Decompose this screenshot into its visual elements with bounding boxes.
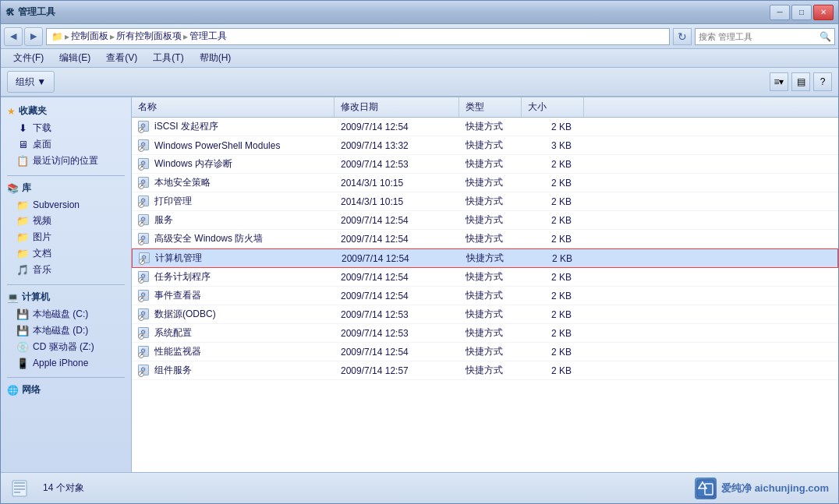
file-size: 2 KB [522, 252, 585, 265]
search-box[interactable]: 🔍 [695, 28, 835, 45]
file-type: 快捷方式 [459, 231, 522, 246]
file-name: 事件查看器 [154, 289, 201, 302]
favorites-header[interactable]: ★ 收藏夹 [1, 102, 131, 120]
col-header-name[interactable]: 名称 [132, 97, 335, 117]
sidebar-item-music[interactable]: 🎵 音乐 [1, 262, 131, 278]
sidebar-item-z-drive[interactable]: 💿 CD 驱动器 (Z:) [1, 339, 131, 355]
sidebar-section-computer: 💻 计算机 💾 本地磁盘 (C:) 💾 本地磁盘 (D:) 💿 CD 驱动器 (… [1, 288, 131, 371]
table-row[interactable]: ⚙ ↗ 事件查看器 2009/7/14 12:54 快捷方式 2 KB [132, 287, 838, 305]
sidebar-item-pictures[interactable]: 📁 图片 [1, 229, 131, 245]
divider-1 [7, 175, 125, 176]
table-row[interactable]: ⚙ ↗ 计算机管理 2009/7/14 12:54 快捷方式 2 KB [132, 248, 838, 268]
path-sep-1: ▸ [110, 31, 115, 42]
address-path[interactable]: 📁 ▸ 控制面板 ▸ 所有控制面板项 ▸ 管理工具 [46, 28, 670, 45]
file-name-cell: ⚙ ↗ 打印管理 [132, 194, 335, 209]
refresh-button[interactable]: ↻ [673, 28, 692, 45]
table-row[interactable]: ⚙ ↗ Windows 内存诊断 2009/7/14 12:53 快捷方式 2 … [132, 155, 838, 174]
watermark: 爱纯净 aichunjing.com [695, 478, 829, 499]
table-row[interactable]: ⚙ ↗ 数据源(ODBC) 2009/7/14 12:53 快捷方式 2 KB [132, 305, 838, 324]
table-row[interactable]: ⚙ ↗ 性能监视器 2009/7/14 12:54 快捷方式 2 KB [132, 343, 838, 361]
table-row[interactable]: ⚙ ↗ iSCSI 发起程序 2009/7/14 12:54 快捷方式 2 KB [132, 118, 838, 136]
table-row[interactable]: ⚙ ↗ 任务计划程序 2009/7/14 12:54 快捷方式 2 KB [132, 268, 838, 287]
forward-button[interactable]: ▶ [24, 27, 43, 46]
file-size: 2 KB [522, 327, 584, 340]
col-header-type[interactable]: 类型 [459, 97, 522, 117]
file-size: 2 KB [522, 177, 584, 189]
back-button[interactable]: ◀ [4, 27, 23, 46]
file-icon: ⚙ ↗ [138, 139, 150, 152]
file-icon: ⚙ ↗ [138, 290, 150, 302]
file-size: 2 KB [522, 308, 584, 321]
col-header-size[interactable]: 大小 [522, 97, 584, 117]
sidebar-item-d-drive[interactable]: 💾 本地磁盘 (D:) [1, 322, 131, 339]
view-list-button[interactable]: ≡▾ [770, 72, 788, 91]
table-row[interactable]: ⚙ ↗ 高级安全 Windows 防火墙 2009/7/14 12:54 快捷方… [132, 230, 838, 248]
sidebar-item-label: 文档 [33, 247, 51, 260]
file-name: 本地安全策略 [154, 176, 211, 189]
file-icon: ⚙ ↗ [138, 233, 150, 245]
organize-button[interactable]: 组织 ▼ [7, 71, 55, 93]
toolbar: 组织 ▼ ≡▾ ▤ ? [1, 68, 838, 97]
table-row[interactable]: ⚙ ↗ 本地安全策略 2014/3/1 10:15 快捷方式 2 KB [132, 174, 838, 192]
minimize-button[interactable]: ─ [770, 5, 790, 20]
file-size: 2 KB [522, 214, 584, 227]
file-name-cell: ⚙ ↗ 高级安全 Windows 防火墙 [132, 231, 335, 246]
col-header-date[interactable]: 修改日期 [335, 97, 459, 117]
file-name-cell: ⚙ ↗ 服务 [132, 213, 335, 227]
window-title: 管理工具 [18, 5, 55, 19]
sidebar-item-desktop[interactable]: 🖥 桌面 [1, 136, 131, 153]
library-header[interactable]: 📚 库 [1, 179, 131, 197]
window: 🛠 管理工具 ─ □ ✕ ◀ ▶ 📁 ▸ 控制面板 ▸ 所有控制面板项 ▸ 管理… [0, 0, 839, 504]
path-sep-0: ▸ [65, 31, 69, 42]
file-list: ⚙ ↗ iSCSI 发起程序 2009/7/14 12:54 快捷方式 2 KB… [132, 118, 838, 380]
shortcut-overlay: ↗ [138, 183, 144, 189]
table-row[interactable]: ⚙ ↗ 服务 2009/7/14 12:54 快捷方式 2 KB [132, 211, 838, 230]
sidebar-item-download[interactable]: ⬇ 下载 [1, 120, 131, 136]
network-header[interactable]: 🌐 网络 [1, 381, 131, 399]
drive-d-icon: 💾 [16, 325, 29, 337]
sidebar-item-documents[interactable]: 📁 文档 [1, 245, 131, 262]
shortcut-overlay: ↗ [138, 352, 144, 358]
menu-file[interactable]: 文件(F) [7, 50, 50, 66]
search-icon[interactable]: 🔍 [820, 31, 831, 42]
sidebar-item-c-drive[interactable]: 💾 本地磁盘 (C:) [1, 306, 131, 322]
menu-tools[interactable]: 工具(T) [147, 50, 189, 66]
view-panel-button[interactable]: ▤ [791, 72, 810, 91]
sidebar-item-label: 桌面 [33, 138, 51, 151]
file-size: 2 KB [522, 346, 584, 358]
table-row[interactable]: ⚙ ↗ Windows PowerShell Modules 2009/7/14… [132, 136, 838, 155]
computer-header[interactable]: 💻 计算机 [1, 288, 131, 306]
table-row[interactable]: ⚙ ↗ 系统配置 2009/7/14 12:53 快捷方式 2 KB [132, 324, 838, 343]
file-area: 名称 修改日期 类型 大小 ⚙ ↗ iSCSI 发起程序 2009/7/14 1… [132, 97, 838, 472]
file-icon: ⚙ ↗ [138, 121, 150, 133]
menu-edit[interactable]: 编辑(E) [53, 50, 97, 66]
file-date: 2009/7/14 12:54 [335, 214, 459, 227]
sidebar-item-video[interactable]: 📁 视频 [1, 213, 131, 229]
table-row[interactable]: ⚙ ↗ 组件服务 2009/7/14 12:57 快捷方式 2 KB [132, 361, 838, 380]
sidebar-item-recent[interactable]: 📋 最近访问的位置 [1, 153, 131, 169]
file-date: 2009/7/14 12:54 [335, 233, 459, 245]
table-row[interactable]: ⚙ ↗ 打印管理 2014/3/1 10:15 快捷方式 2 KB [132, 192, 838, 211]
music-icon: 🎵 [16, 264, 29, 277]
sidebar-item-subversion[interactable]: 📁 Subversion [1, 197, 131, 213]
menu-view[interactable]: 查看(V) [100, 50, 143, 66]
menu-bar: 文件(F) 编辑(E) 查看(V) 工具(T) 帮助(H) [1, 49, 838, 68]
sidebar: ★ 收藏夹 ⬇ 下载 🖥 桌面 📋 最近访问的位置 [1, 97, 132, 472]
file-size: 2 KB [522, 121, 584, 133]
file-list-header: 名称 修改日期 类型 大小 [132, 97, 838, 118]
shortcut-overlay: ↗ [139, 259, 145, 265]
shortcut-overlay: ↗ [138, 371, 144, 377]
file-type: 快捷方式 [459, 288, 522, 303]
file-icon: ⚙ ↗ [138, 196, 150, 208]
favorites-label: 收藏夹 [19, 104, 47, 118]
shortcut-overlay: ↗ [138, 202, 144, 208]
menu-help[interactable]: 帮助(H) [193, 50, 238, 66]
file-type: 快捷方式 [459, 175, 522, 190]
file-name: 计算机管理 [155, 252, 202, 265]
close-button[interactable]: ✕ [813, 5, 834, 20]
maximize-button[interactable]: □ [791, 5, 812, 20]
shortcut-overlay: ↗ [138, 239, 144, 245]
sidebar-item-iphone[interactable]: 📱 Apple iPhone [1, 355, 131, 371]
help-button[interactable]: ? [813, 72, 832, 91]
search-input[interactable] [699, 32, 820, 41]
